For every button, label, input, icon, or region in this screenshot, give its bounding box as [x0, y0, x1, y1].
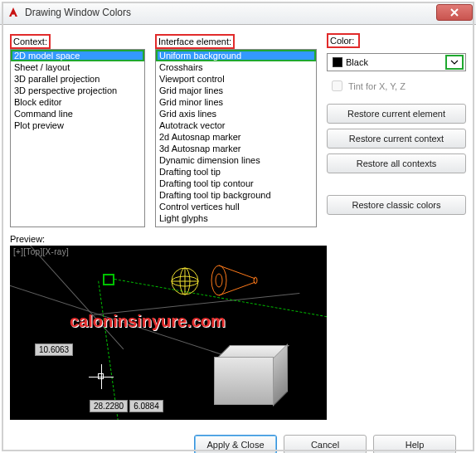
interface-item[interactable]: Control vertices hull [156, 201, 316, 212]
close-button[interactable] [436, 4, 473, 21]
interface-listbox[interactable]: Uniform backgroundCrosshairsViewport con… [155, 49, 317, 227]
interface-item[interactable]: Drafting tool tip [156, 166, 316, 178]
interface-item[interactable]: Grid major lines [156, 85, 316, 96]
help-button[interactable]: Help [373, 435, 456, 453]
app-icon [7, 6, 20, 19]
context-item[interactable]: 3D parallel projection [11, 73, 144, 85]
color-dropdown[interactable]: Black [327, 53, 466, 71]
svg-point-5 [211, 265, 226, 295]
interface-item[interactable]: 2d Autosnap marker [156, 131, 316, 143]
watermark-text: caloninsinyure.com [70, 312, 226, 331]
interface-label: Interface element: [155, 34, 235, 49]
color-swatch [333, 57, 342, 67]
interface-item[interactable]: Dynamic dimension lines [156, 154, 316, 166]
context-item[interactable]: Command line [11, 108, 144, 119]
apply-close-button[interactable]: Apply & Close [194, 435, 277, 453]
autosnap-marker [103, 274, 114, 285]
tooltip-coord-1: 10.6063 [35, 343, 73, 356]
cancel-button[interactable]: Cancel [284, 435, 367, 453]
context-item[interactable]: Sheet / layout [11, 61, 144, 73]
context-column: Context: 2D model spaceSheet / layout3D … [10, 33, 145, 227]
context-item[interactable]: Plot preview [11, 119, 144, 131]
wireframe-sphere-icon [170, 266, 200, 296]
context-item[interactable]: 3D perspective projection [11, 85, 144, 96]
interface-item[interactable]: Viewport control [156, 73, 316, 85]
window-title: Drawing Window Colors [25, 7, 436, 18]
restore-current-element-button[interactable]: Restore current element [327, 104, 466, 124]
svg-point-6 [216, 274, 222, 287]
autotrack-vector [98, 281, 119, 420]
grid-line [12, 246, 124, 349]
restore-classic-colors-button[interactable]: Restore classic colors [327, 195, 466, 215]
context-listbox[interactable]: 2D model spaceSheet / layout3D parallel … [10, 49, 145, 227]
interface-item[interactable]: Grid minor lines [156, 96, 316, 108]
interface-item[interactable]: Autotrack vector [156, 119, 316, 131]
footer-buttons: Apply & Close Cancel Help [10, 420, 466, 453]
tooltip-coord-2: 28.2280 6.0884 [90, 400, 165, 412]
preview-pane: [+][Top][X-ray] [10, 246, 327, 420]
svg-point-9 [254, 277, 257, 284]
interface-item[interactable]: Drafting tool tip contour [156, 178, 316, 189]
interface-item[interactable]: 3d Autosnap marker [156, 143, 316, 154]
color-label: Color: [327, 33, 360, 48]
context-item[interactable]: Block editor [11, 96, 144, 108]
tint-row: Tint for X, Y, Z [327, 76, 466, 99]
color-selected-text: Black [346, 57, 368, 67]
dropdown-arrow-highlight[interactable] [445, 55, 464, 70]
restore-current-context-button[interactable]: Restore current context [327, 129, 466, 149]
svg-line-7 [219, 265, 255, 279]
restore-all-contexts-button[interactable]: Restore all contexts [327, 153, 466, 173]
wireframe-cone-icon [209, 262, 259, 299]
context-label: Context: [10, 34, 51, 49]
interface-item[interactable]: Light glyphs [156, 212, 316, 224]
svg-line-8 [219, 282, 255, 295]
preview-label: Preview: [10, 234, 466, 244]
interface-column: Interface element: Uniform backgroundCro… [155, 33, 317, 227]
tint-checkbox [332, 80, 342, 91]
title-bar: Drawing Window Colors [0, 0, 476, 25]
right-column: Color: Black Tint for X, Y, Z Restore cu… [327, 33, 466, 227]
interface-item[interactable]: Uniform background [156, 50, 316, 61]
interface-item[interactable]: Crosshairs [156, 61, 316, 73]
preview-viewport-label: [+][Top][X-ray] [13, 247, 69, 256]
interface-item[interactable]: Drafting tool tip background [156, 189, 316, 201]
context-item[interactable]: 2D model space [11, 50, 144, 61]
preview-cube [214, 345, 290, 405]
tint-label: Tint for X, Y, Z [348, 81, 406, 91]
interface-item[interactable]: Grid axis lines [156, 108, 316, 119]
